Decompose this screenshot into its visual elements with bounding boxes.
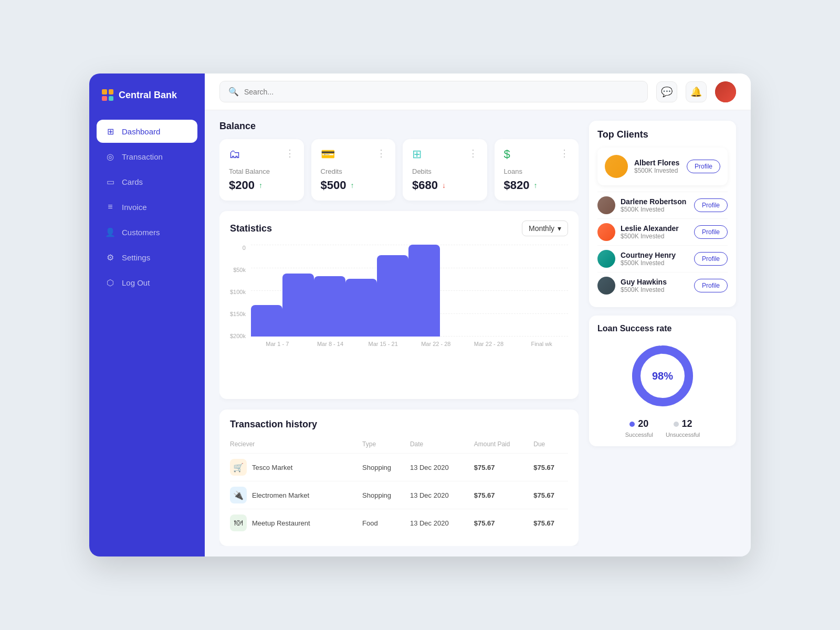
credits-label: Credits — [321, 167, 386, 175]
invoice-icon: ≡ — [105, 202, 116, 212]
client-row-2: Leslie Alexander $500K Invested Profile — [597, 218, 728, 245]
search-input[interactable] — [244, 88, 639, 96]
loan-success-card: Loan Success rate 98% 20 — [589, 316, 736, 446]
debits-menu[interactable]: ⋮ — [468, 148, 478, 159]
loan-success-title: Loan Success rate — [597, 324, 671, 333]
balance-card-credits: 💳 ⋮ Credits $500 ↑ — [311, 139, 396, 201]
statistics-section: Statistics Monthly ▾ $200k $150k $100k $… — [219, 211, 579, 399]
credits-menu[interactable]: ⋮ — [376, 148, 386, 159]
total-balance-trend: ↑ — [259, 181, 262, 190]
bar-group-6 — [408, 245, 440, 337]
search-icon: 🔍 — [228, 87, 239, 97]
col-date: Date — [410, 437, 474, 454]
y-label-0: 0 — [230, 245, 246, 251]
sidebar-item-cards[interactable]: ▭ Cards — [97, 170, 197, 193]
successful-label: Successful — [625, 432, 653, 438]
client-row-1: Darlene Robertson $500K Invested Profile — [597, 192, 728, 218]
sidebar-item-settings[interactable]: ⚙ Settings — [97, 246, 197, 269]
client-avatar-4 — [597, 277, 615, 295]
debits-icon: ⊞ — [412, 148, 422, 161]
sidebar-item-dashboard[interactable]: ⊞ Dashboard — [97, 120, 197, 143]
loans-value: $820 ↑ — [504, 178, 570, 192]
stats-header: Statistics Monthly ▾ — [230, 220, 568, 236]
profile-button-1[interactable]: Profile — [694, 198, 728, 212]
search-box[interactable]: 🔍 — [219, 81, 648, 102]
monthly-filter[interactable]: Monthly ▾ — [522, 220, 568, 236]
sidebar-item-customers[interactable]: 👤 Customers — [97, 220, 197, 244]
x-label-2: Mar 8 - 14 — [309, 341, 351, 347]
sidebar-label-settings: Settings — [122, 253, 150, 262]
profile-button-4[interactable]: Profile — [694, 279, 728, 292]
tx-receiver-1: 🛒 Tesco Market — [230, 459, 362, 476]
x-labels: Mar 1 - 7 Mar 8 - 14 Mar 15 - 21 Mar 22 … — [251, 337, 568, 347]
x-label-5: Mar 22 - 28 — [468, 341, 510, 347]
top-clients-card: Top Clients Albert Flores $500K Invested… — [589, 121, 736, 307]
bell-icon: 🔔 — [690, 86, 702, 98]
balance-card-total: 🗂 ⋮ Total Balance $200 ↑ — [219, 139, 304, 201]
client-name-1: Darlene Robertson — [621, 197, 689, 206]
table-row: 🛒 Tesco Market Shopping 13 Dec 2020 $75.… — [230, 454, 568, 481]
col-type: Type — [362, 437, 410, 454]
bar-group-4 — [345, 279, 377, 337]
total-balance-label: Total Balance — [229, 167, 295, 175]
bar-group-2 — [282, 274, 314, 337]
content-left: Balance 🗂 ⋮ Total Balance $200 ↑ — [219, 121, 579, 546]
chart-wrapper: $200k $150k $100k $50k 0 — [230, 245, 568, 347]
sidebar-label-logout: Log Out — [122, 278, 150, 287]
bar-group-1 — [251, 305, 282, 337]
total-balance-menu[interactable]: ⋮ — [285, 148, 295, 159]
table-row: 🔌 Electromen Market Shopping 13 Dec 2020… — [230, 481, 568, 509]
featured-client-name: Albert Flores — [634, 159, 680, 167]
featured-profile-button[interactable]: Profile — [687, 160, 720, 173]
profile-button-2[interactable]: Profile — [694, 225, 728, 239]
sidebar-item-transaction[interactable]: ◎ Transaction — [97, 145, 197, 168]
sidebar-label-dashboard: Dashboard — [122, 127, 160, 136]
chart-bars-area: Mar 1 - 7 Mar 8 - 14 Mar 15 - 21 Mar 22 … — [251, 245, 568, 347]
loans-icon: $ — [504, 148, 510, 161]
header: 🔍 💬 🔔 — [205, 74, 751, 110]
transaction-table: Reciever Type Date Amount Paid Due — [230, 437, 568, 537]
debits-value: $680 ↓ — [412, 178, 478, 192]
profile-button-3[interactable]: Profile — [694, 252, 728, 266]
unsuccessful-dot — [674, 422, 679, 427]
tx-receiver-3: 🍽 Meetup Restaurent — [230, 514, 362, 531]
bar-3 — [314, 276, 345, 337]
debits-trend: ↓ — [442, 181, 446, 190]
user-avatar[interactable] — [715, 81, 736, 102]
settings-icon: ⚙ — [105, 252, 116, 262]
featured-client: Albert Flores $500K Invested Profile — [597, 148, 728, 185]
tx-icon-1: 🛒 — [230, 459, 247, 476]
client-info-2: Leslie Alexander $500K Invested — [621, 224, 689, 240]
bar-4 — [345, 279, 377, 337]
col-receiver: Reciever — [230, 437, 362, 454]
chevron-down-icon: ▾ — [558, 224, 561, 233]
loan-stat-successful: 20 Successful — [625, 418, 653, 438]
client-avatar-3 — [597, 250, 615, 268]
bar-6 — [408, 245, 440, 337]
client-avatar-1 — [597, 196, 615, 214]
sidebar-item-invoice[interactable]: ≡ Invoice — [97, 195, 197, 218]
col-amount: Amount Paid — [474, 437, 534, 454]
sidebar-item-logout[interactable]: ⬡ Log Out — [97, 271, 197, 294]
notifications-button[interactable]: 🔔 — [686, 81, 707, 102]
client-info-4: Guy Hawkins $500K Invested — [621, 278, 689, 293]
featured-client-info: Albert Flores $500K Invested — [634, 159, 680, 174]
y-label-150k: $150k — [230, 311, 246, 317]
client-row-4: Guy Hawkins $500K Invested Profile — [597, 272, 728, 299]
app-name: Central Bank — [119, 90, 177, 101]
balance-section: Balance 🗂 ⋮ Total Balance $200 ↑ — [219, 121, 579, 201]
x-label-6: Final wk — [521, 341, 563, 347]
loans-menu[interactable]: ⋮ — [560, 148, 569, 159]
messages-button[interactable]: 💬 — [656, 81, 677, 102]
bar-group-3 — [314, 276, 345, 337]
donut-label: 98% — [652, 370, 673, 382]
featured-client-avatar — [605, 155, 628, 178]
total-balance-value: $200 ↑ — [229, 178, 295, 192]
client-avatar-2 — [597, 223, 615, 241]
sidebar-label-customers: Customers — [122, 228, 160, 237]
tx-icon-3: 🍽 — [230, 514, 247, 531]
balance-title: Balance — [219, 121, 579, 132]
donut-chart: 98% — [628, 342, 697, 410]
successful-dot — [629, 422, 635, 427]
loans-label: Loans — [504, 167, 570, 175]
